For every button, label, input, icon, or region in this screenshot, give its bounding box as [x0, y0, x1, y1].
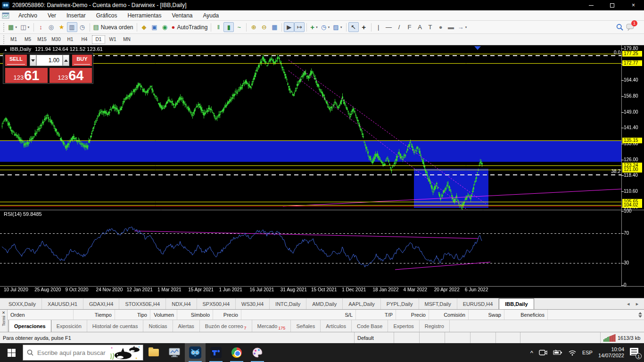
taskbar-search[interactable] [23, 345, 143, 361]
sell-button[interactable]: SELL [5, 55, 27, 66]
status-profile[interactable]: Default [355, 332, 394, 343]
search-icon[interactable] [614, 22, 625, 32]
taskbar-tradingview[interactable] [206, 343, 226, 362]
autotrading-button[interactable]: ●AutoTrading [170, 22, 209, 32]
zoom-in-icon[interactable]: ⊕ [248, 22, 259, 32]
bar-chart-icon[interactable]: ‖ [213, 22, 223, 32]
terminal-tab-expertos[interactable]: Expertos [388, 320, 419, 332]
search-highlight-orca-image[interactable] [109, 345, 143, 361]
menu-item-archivo[interactable]: Archivo [13, 11, 42, 20]
wifi-icon[interactable] [568, 350, 577, 356]
terminal-column-precio[interactable]: Precio [396, 310, 429, 320]
chart-tab-xauusd[interactable]: XAUUSD,H1 [42, 298, 83, 309]
restore-button[interactable] [602, 0, 623, 10]
terminal-tab-mercado[interactable]: Mercado175 [252, 320, 291, 332]
timeframe-mn[interactable]: MN [120, 35, 133, 44]
menu-item-ventana[interactable]: Ventana [166, 11, 198, 20]
timeframe-d1[interactable]: D1 [92, 35, 105, 44]
terminal-tab-operaciones[interactable]: Operaciones [8, 320, 51, 332]
market-watch-icon[interactable]: ↕ [36, 22, 46, 32]
tabs-scroll-left-icon[interactable]: ◄ [626, 302, 630, 306]
child-window-icon[interactable] [2, 12, 9, 19]
menu-item-ayuda[interactable]: Ayuda [198, 11, 224, 20]
sell-price-button[interactable]: 123 61 [5, 68, 48, 83]
rectangle-icon[interactable]: ▬ [446, 22, 456, 32]
terminal-tab-code-base[interactable]: Code Base [352, 320, 388, 332]
chart-tab-spx500[interactable]: SPX500,H4 [197, 298, 236, 309]
terminal-column-comisin[interactable]: Comisión [429, 310, 469, 320]
buy-button[interactable]: BUY [72, 55, 92, 66]
terminal-column-swap[interactable]: Swap [469, 310, 504, 320]
taskbar-metatrader[interactable] [185, 343, 206, 362]
horizontal-line-icon[interactable]: — [384, 22, 394, 32]
navigator-icon[interactable]: ◎ [46, 22, 57, 32]
gold-badge-icon[interactable]: ◆ [139, 22, 149, 32]
volume-input[interactable] [36, 55, 63, 66]
tabs-scroll-right-icon[interactable]: ► [635, 302, 639, 306]
timeframe-h1[interactable]: H1 [64, 35, 77, 44]
chart-tab-aapl[interactable]: AAPL,Daily [343, 298, 381, 309]
terminal-column-tiempo[interactable]: Tiempo [74, 310, 115, 320]
templates-icon[interactable]: ▨▼ [331, 22, 344, 32]
chart-tab-amd[interactable]: AMD,Daily [306, 298, 343, 309]
chart-tab-gdaxi[interactable]: GDAXI,H4 [83, 298, 119, 309]
buy-price-button[interactable]: 123 64 [50, 68, 92, 83]
taskbar-performance-monitor[interactable] [164, 343, 185, 362]
battery-icon[interactable] [553, 350, 562, 355]
new-chart-icon[interactable]: ▦▼ [7, 22, 19, 32]
hidden-icons-chevron[interactable]: ^ [530, 349, 533, 356]
minimize-button[interactable] [580, 0, 602, 10]
close-button[interactable]: × [623, 0, 644, 10]
timeframe-m1[interactable]: M1 [7, 35, 20, 44]
chart-tab-intc[interactable]: INTC,Daily [270, 298, 306, 309]
zoom-out-icon[interactable]: ⊖ [259, 22, 269, 32]
data-window-icon[interactable]: ▥ [67, 22, 77, 32]
text-label-icon[interactable]: T [425, 22, 436, 32]
vertical-line-icon[interactable]: | [373, 22, 384, 32]
camera-icon[interactable] [539, 349, 547, 356]
fibonacci-icon[interactable]: F [405, 22, 415, 32]
terminal-column-orden[interactable]: Orden [8, 310, 74, 320]
terminal-tab-se-ales[interactable]: Señales [291, 320, 321, 332]
periods-icon[interactable]: ◷▼ [320, 22, 331, 32]
tile-windows-icon[interactable]: ▦ [269, 22, 280, 32]
terminal-tab-historial-de-cuentas[interactable]: Historial de cuentas [87, 320, 144, 332]
chart-profiles-icon[interactable]: ◫▼ [19, 22, 31, 32]
chart-tab-stoxx50e[interactable]: STOXX50E,H4 [119, 298, 166, 309]
chart-tab-msft[interactable]: MSFT,Daily [419, 298, 457, 309]
volume-increase-button[interactable] [63, 55, 69, 66]
terminal-column-tp[interactable]: T/P [356, 310, 396, 320]
terminal-scroll-up-icon[interactable] [638, 312, 642, 314]
cursor-icon[interactable]: ↖ [348, 22, 359, 32]
clock[interactable]: 10:04 14/07/2022 [598, 346, 624, 359]
signals-icon[interactable]: ◉ [160, 22, 170, 32]
chart-tab-ibb[interactable]: IBB,Daily [499, 298, 534, 309]
search-input[interactable] [37, 349, 108, 356]
timeframe-h4[interactable]: H4 [78, 35, 91, 44]
taskbar-paint3d[interactable] [247, 343, 268, 362]
terminal-column-tipo[interactable]: Tipo [115, 310, 150, 320]
terminal-column-precio[interactable]: Precio [213, 310, 241, 320]
chart-tab-ws30[interactable]: WS30,H4 [236, 298, 270, 309]
strategy-tester-icon[interactable]: ◷ [77, 22, 88, 32]
chat-icon[interactable]: 1 [625, 22, 636, 32]
chart-shift-icon[interactable]: ↦ [294, 22, 305, 32]
terminal-tab-art-culos[interactable]: Artículos [321, 320, 352, 332]
line-chart-icon[interactable]: ~ [234, 22, 244, 32]
timeframe-w1[interactable]: W1 [106, 35, 119, 44]
taskbar-file-explorer[interactable] [143, 343, 164, 362]
terminal-column-smbolo[interactable]: Símbolo [177, 310, 213, 320]
terminal-tab-registro[interactable]: Registro [420, 320, 450, 332]
terminal-tab-alertas[interactable]: Alertas [173, 320, 200, 332]
menu-item-insertar[interactable]: Insertar [61, 11, 91, 20]
terminal-scroll-down-icon[interactable] [638, 315, 642, 318]
terminal-close-button[interactable]: × [2, 310, 5, 315]
new-order-button[interactable]: ▤Nueva orden [92, 22, 135, 32]
ellipse-icon[interactable]: ● [436, 22, 446, 32]
timeframe-m30[interactable]: M30 [50, 35, 63, 44]
chart-tab-ndx[interactable]: NDX,H4 [166, 298, 197, 309]
menu-item-herramientas[interactable]: Herramientas [122, 11, 166, 20]
volume-decrease-button[interactable] [30, 55, 36, 66]
menu-item-gráficos[interactable]: Gráficos [91, 11, 123, 20]
chart-shift-marker-icon[interactable] [474, 46, 481, 50]
